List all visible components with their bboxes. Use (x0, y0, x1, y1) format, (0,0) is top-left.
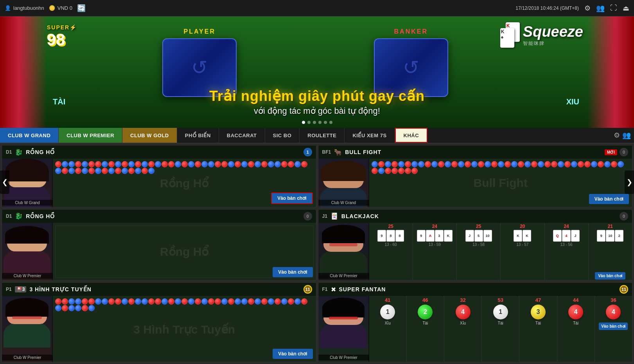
bead (228, 298, 234, 305)
bead (62, 161, 68, 167)
bj-score-5: 24 (564, 224, 569, 229)
bead (611, 161, 617, 167)
join-button-2[interactable]: Vào bàn chơi (589, 194, 629, 204)
bead (288, 161, 294, 167)
fantan-label-2: Tài (422, 321, 428, 325)
dealer-photo-1: Club W Grand (2, 159, 53, 207)
game-id-6: F1 (322, 287, 328, 292)
bead (68, 161, 75, 167)
tab-khac[interactable]: KHÁC (395, 128, 428, 143)
tab-pho-bien[interactable]: PHỔ BIẾN (177, 128, 219, 143)
dragon-tiger-icon-2: 🐉 (15, 212, 23, 220)
blackjack-icon: 🃏 (330, 212, 338, 220)
game-header-left-5: P1 🎴3 3 HÌNH TRỰC TUYẾN (6, 286, 92, 292)
bead (411, 168, 418, 174)
dot-1[interactable] (302, 121, 305, 124)
bead (208, 298, 214, 305)
bead (188, 161, 194, 167)
tab-club-w-premier[interactable]: CLUB W PREMIER (59, 128, 122, 143)
fantan-col-6: 44 4 Tài (557, 296, 595, 362)
fullscreen-icon[interactable]: ⛶ (610, 4, 617, 12)
bead (485, 161, 491, 167)
tab-sic-bo[interactable]: SIC BO (265, 128, 300, 143)
bead (135, 161, 141, 167)
game-name-1: RỒNG HỔ (26, 149, 55, 155)
bead (465, 161, 471, 167)
bj-range-2: 13 - 59 (429, 242, 441, 247)
bead (201, 298, 208, 305)
join-button-4[interactable]: Vào bàn chơi (595, 272, 625, 280)
bead (491, 161, 498, 167)
dot-5[interactable] (324, 121, 327, 124)
fantan-ball-7: 4 (606, 305, 621, 319)
bead (88, 161, 95, 167)
dealer-label-6: Club W Premier (318, 355, 369, 360)
scroll-left-arrow[interactable]: ❮ (0, 170, 9, 194)
game-id-1: D1 (6, 149, 12, 155)
join-button-3[interactable]: Vào bàn chơi (273, 267, 313, 277)
bead (531, 161, 537, 167)
bead (281, 298, 287, 305)
bead (235, 161, 241, 167)
bj-col-4: 20 K K 13 - 57 (501, 223, 544, 281)
fantan-ball-1: 1 (380, 305, 395, 319)
game-count-2: 0 (620, 148, 628, 156)
game-header-4: J1 🃏 BLACKJACK 0 (318, 210, 632, 223)
dot-3[interactable] (313, 121, 316, 124)
bead (148, 161, 154, 167)
tab-people-icon[interactable]: 👥 (622, 131, 631, 140)
bj-range-5: 13 - 56 (560, 242, 573, 247)
bead (55, 168, 61, 174)
bj-card: K (444, 230, 453, 242)
game-header-5: P1 🎴3 3 HÌNH TRỰC TUYẾN 11 (2, 283, 316, 296)
game-card-rong-ho-1: D1 🐉 RỒNG HỔ 1 Club W Grand (2, 145, 316, 208)
tab-baccarat[interactable]: BACCARAT (219, 128, 265, 143)
bead (108, 161, 115, 167)
fantan-ball-2: 2 (418, 305, 433, 319)
game-id-5: P1 (6, 287, 12, 292)
refresh-button[interactable]: 🔄 (77, 4, 86, 13)
settings-icon[interactable]: ⚙ (584, 4, 591, 13)
tab-club-w-grand[interactable]: CLUB W GRAND (0, 128, 59, 143)
dot-4[interactable] (318, 121, 321, 124)
bead (471, 161, 478, 167)
balance-info: 🪙 VND 0 (49, 5, 72, 11)
bj-card: K (514, 230, 522, 242)
balance-amount: VND 0 (57, 5, 72, 11)
join-button-6[interactable]: Vào bàn chơi (599, 323, 628, 330)
dot-6[interactable] (329, 121, 332, 124)
bead (241, 298, 248, 305)
bead (82, 161, 88, 167)
logout-icon[interactable]: ⏏ (623, 4, 629, 13)
tab-roulette[interactable]: ROULETTE (300, 128, 345, 143)
bead (405, 168, 411, 174)
tab-settings-icon[interactable]: ⚙ (614, 131, 620, 140)
game-card-rong-ho-2: D1 🐉 RỒNG HỔ 0 Club W Premier (2, 209, 316, 281)
game-card-fantan: F1 ✖ SUPER FANTAN 11 Club W (318, 282, 633, 362)
bead (215, 298, 221, 305)
bead (142, 298, 148, 305)
bead (268, 298, 274, 305)
tab-kieu-xem-7s[interactable]: KIỂU XEM 7S (345, 128, 395, 143)
bead (188, 298, 194, 305)
people-icon[interactable]: 👥 (596, 4, 605, 13)
dragon-tiger-icon-1: 🐉 (15, 149, 23, 156)
bead (162, 298, 168, 305)
dealer-label-5: Club W Premier (2, 355, 53, 360)
join-button-5[interactable]: Vào bàn chơi (273, 349, 313, 359)
bead (295, 298, 301, 305)
bead (95, 298, 101, 305)
datetime: 17/12/2018 10:46:24 (GMT+8) (515, 5, 579, 11)
header-right: 17/12/2018 10:46:24 (GMT+8) ⚙ 👥 ⛶ ⏏ (515, 4, 629, 13)
bead (108, 168, 115, 174)
fantan-ball-4: 1 (493, 305, 508, 319)
bj-range-4: 13 - 57 (516, 242, 528, 247)
tab-icons: ⚙ 👥 (611, 128, 634, 143)
bead (418, 161, 424, 167)
bead (518, 161, 524, 167)
dot-2[interactable] (307, 121, 311, 124)
join-button-1[interactable]: Vào bàn chơi (271, 192, 313, 204)
bead (95, 161, 101, 167)
tab-club-w-gold[interactable]: CLUB W GOLD (122, 128, 177, 143)
scroll-right-arrow[interactable]: ❯ (625, 170, 634, 194)
